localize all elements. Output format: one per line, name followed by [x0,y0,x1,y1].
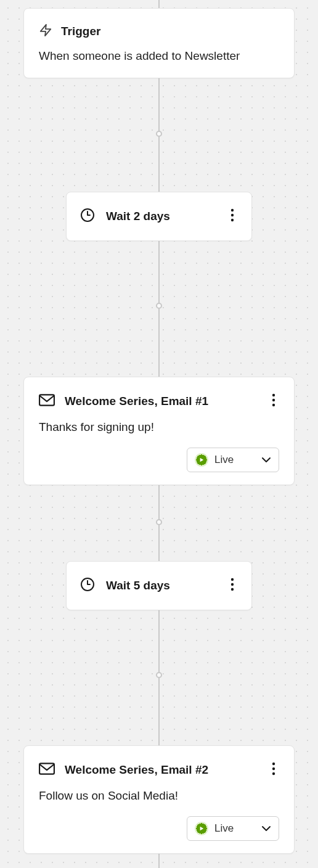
svg-point-11 [231,578,234,581]
email-step-card[interactable]: Welcome Series, Email #2 Follow us on So… [23,745,295,854]
clock-icon [80,577,95,594]
wait-step-label: Wait 5 days [106,579,227,592]
svg-point-17 [272,772,275,775]
email-step-title: Welcome Series, Email #1 [65,395,208,408]
chevron-down-icon [261,454,271,465]
email-status-select[interactable]: Live [187,448,279,472]
svg-rect-5 [39,395,54,405]
svg-rect-14 [39,763,54,774]
svg-point-2 [231,209,234,211]
svg-point-4 [231,219,234,221]
svg-point-6 [272,394,275,396]
more-options-button[interactable] [268,391,279,412]
kebab-icon [230,578,234,591]
chevron-down-icon [261,823,271,834]
svg-marker-0 [41,25,51,36]
email-step-description: Thanks for signing up! [39,420,279,434]
trigger-card[interactable]: Trigger When someone is added to Newslet… [23,8,295,78]
kebab-icon [272,393,275,407]
flow-add-node-dot[interactable] [156,131,162,137]
more-options-button[interactable] [227,206,238,227]
flow-add-node-dot[interactable] [156,303,162,309]
svg-point-8 [272,404,275,406]
wait-step-card[interactable]: Wait 5 days [66,561,252,610]
email-status-select[interactable]: Live [187,816,279,841]
email-step-card[interactable]: Welcome Series, Email #1 Thanks for sign… [23,377,295,485]
svg-marker-18 [200,827,204,830]
clock-icon [80,208,95,225]
svg-point-15 [272,763,275,765]
play-icon [195,822,208,835]
more-options-button[interactable] [227,575,238,596]
svg-point-3 [231,214,234,216]
flow-add-node-dot[interactable] [156,672,162,678]
play-icon [195,453,208,467]
svg-point-13 [231,588,234,591]
more-options-button[interactable] [268,760,279,780]
email-status-label: Live [214,454,234,466]
email-status-label: Live [214,822,234,835]
wait-step-label: Wait 2 days [106,210,227,223]
kebab-icon [272,762,275,776]
lightning-icon [39,22,52,41]
trigger-title: Trigger [61,25,100,38]
email-step-description: Follow us on Social Media! [39,789,279,803]
svg-point-12 [231,583,234,586]
email-step-title: Welcome Series, Email #2 [65,763,208,777]
wait-step-card[interactable]: Wait 2 days [66,192,252,241]
svg-point-7 [272,399,275,401]
flow-add-node-dot[interactable] [156,519,162,525]
trigger-description: When someone is added to Newsletter [39,49,279,63]
email-icon [39,763,55,777]
kebab-icon [230,208,234,222]
svg-marker-9 [200,458,204,462]
svg-point-16 [272,768,275,770]
email-icon [39,394,55,409]
